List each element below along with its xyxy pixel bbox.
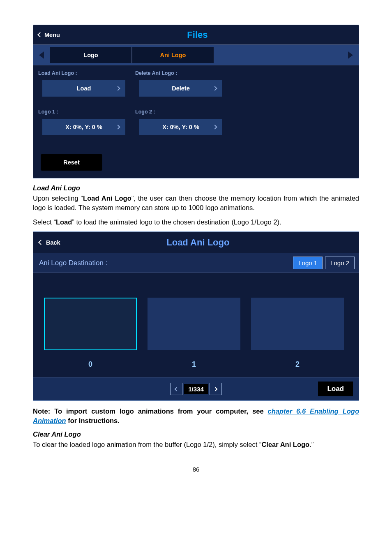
pager-next[interactable] bbox=[210, 383, 222, 395]
chevron-right-icon bbox=[214, 387, 218, 391]
reset-row: Reset bbox=[33, 148, 359, 178]
load-ani-label: Load Ani Logo : bbox=[38, 70, 125, 76]
thumbnail-row bbox=[33, 273, 359, 358]
delete-button[interactable]: Delete bbox=[139, 80, 222, 97]
tab-prev-icon[interactable] bbox=[39, 51, 44, 59]
chevron-right-icon bbox=[212, 86, 217, 90]
note-para: Note: To import custom logo animations f… bbox=[33, 407, 359, 426]
cell-load: Load Ani Logo : Load bbox=[33, 65, 130, 104]
tab-logo[interactable]: Logo bbox=[50, 47, 132, 63]
logo1-value[interactable]: X: 0%, Y: 0 % bbox=[42, 119, 125, 135]
reset-button[interactable]: Reset bbox=[41, 154, 102, 171]
heading-clear-ani-logo: Clear Ani Logo bbox=[33, 430, 359, 438]
tab-ani-logo[interactable]: Ani Logo bbox=[132, 47, 214, 63]
chevron-right-icon bbox=[115, 125, 120, 129]
pager: 1/334 bbox=[170, 383, 222, 395]
logo2-label: Logo 2 : bbox=[135, 109, 222, 115]
page-indicator: 1/334 bbox=[184, 384, 208, 394]
logo2-value-text: X: 0%, Y: 0 % bbox=[162, 124, 199, 130]
files-title: Files bbox=[65, 30, 330, 40]
menu-back-button[interactable]: Menu bbox=[33, 32, 65, 38]
destination-row: Ani Logo Destination : Logo 1 Logo 2 bbox=[33, 253, 359, 273]
chevron-right-icon bbox=[115, 86, 120, 90]
reset-button-text: Reset bbox=[63, 159, 80, 166]
destination-logo2[interactable]: Logo 2 bbox=[325, 257, 355, 269]
back-button[interactable]: Back bbox=[33, 239, 66, 246]
destination-label: Ani Logo Destination : bbox=[37, 259, 107, 267]
tab-next-icon[interactable] bbox=[348, 51, 353, 59]
chevron-right-icon bbox=[212, 125, 217, 129]
load-ani-logo-panel: Back Load Ani Logo Ani Logo Destination … bbox=[33, 231, 359, 401]
thumbnail-2[interactable] bbox=[251, 298, 344, 350]
menu-label: Menu bbox=[44, 32, 60, 38]
cell-logo2: Logo 2 : X: 0%, Y: 0 % bbox=[130, 104, 227, 143]
page-number: 86 bbox=[33, 466, 359, 473]
delete-ani-label: Delete Ani Logo : bbox=[135, 70, 222, 76]
para-2: Select “Load” to load the animated logo … bbox=[33, 217, 359, 227]
thumbnail-0[interactable] bbox=[44, 298, 137, 350]
thumbnail-label-2: 2 bbox=[251, 360, 344, 369]
load-button-text: Load bbox=[77, 85, 91, 92]
tab-row: Logo Ani Logo bbox=[33, 45, 359, 65]
pager-row: 1/334 Load bbox=[33, 377, 359, 400]
load-button[interactable]: Load bbox=[42, 80, 125, 97]
cell-logo1: Logo 1 : X: 0%, Y: 0 % bbox=[33, 104, 130, 143]
row-logo-positions: Logo 1 : X: 0%, Y: 0 % Logo 2 : X: 0%, Y… bbox=[33, 104, 359, 143]
thumbnail-label-0: 0 bbox=[44, 360, 137, 369]
back-label: Back bbox=[46, 239, 60, 246]
logo2-value[interactable]: X: 0%, Y: 0 % bbox=[139, 119, 222, 135]
panel2-title: Load Ani Logo bbox=[66, 237, 330, 248]
para-1: Upon selecting “Load Ani Logo”, the user… bbox=[33, 194, 359, 213]
heading-load-ani-logo: Load Ani Logo bbox=[33, 184, 359, 192]
files-menu-panel: Menu Files Logo Ani Logo Load Ani Logo :… bbox=[33, 25, 359, 178]
thumbnail-labels: 0 1 2 bbox=[33, 358, 359, 377]
chevron-left-icon bbox=[38, 240, 44, 245]
chevron-left-icon bbox=[174, 387, 178, 391]
cell-delete: Delete Ani Logo : Delete bbox=[130, 65, 227, 104]
logo1-label: Logo 1 : bbox=[38, 109, 125, 115]
destination-logo1[interactable]: Logo 1 bbox=[293, 257, 323, 269]
panel2-top: Back Load Ani Logo bbox=[33, 232, 359, 253]
panel1-top-row: Menu Files bbox=[33, 25, 359, 45]
para-3: To clear the loaded logo animation from … bbox=[33, 440, 359, 449]
pager-prev[interactable] bbox=[170, 383, 182, 395]
row-load-delete: Load Ani Logo : Load Delete Ani Logo : D… bbox=[33, 65, 359, 104]
thumbnail-label-1: 1 bbox=[148, 360, 240, 369]
load-confirm-button[interactable]: Load bbox=[318, 382, 353, 396]
thumbnail-1[interactable] bbox=[148, 298, 240, 350]
load-confirm-text: Load bbox=[327, 385, 344, 393]
logo1-value-text: X: 0%, Y: 0 % bbox=[65, 124, 102, 130]
chevron-left-icon bbox=[37, 32, 43, 37]
delete-button-text: Delete bbox=[172, 85, 190, 92]
